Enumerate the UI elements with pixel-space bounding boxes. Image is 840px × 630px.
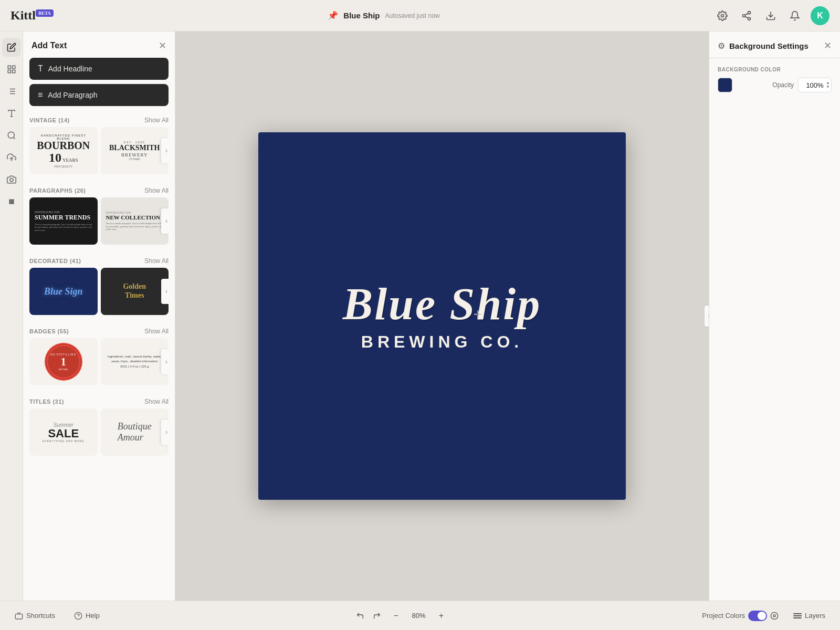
icon-bar-edit[interactable] (2, 38, 21, 57)
user-avatar[interactable]: K (811, 6, 830, 25)
left-panel: Add Text ✕ T Add Headline ≡ Add Paragrap… (23, 32, 175, 601)
titles-grid: Summer SALE EVERYTHING AND MORE Boutique… (29, 408, 169, 456)
vintage-arrow[interactable]: › (161, 138, 169, 163)
layers-item[interactable]: Layers (789, 608, 830, 623)
bg-color-swatch[interactable] (718, 78, 732, 92)
nav-logo-area: KittlBETA (10, 8, 54, 23)
vintage-grid: HANDCRAFTED FINEST BLEND BOURBON 10 YEAR… (29, 127, 169, 174)
notifications-button[interactable] (786, 7, 803, 24)
dec-blue-item[interactable]: Blue Sign (29, 268, 98, 315)
design-canvas[interactable]: Blue Ship BREWING CO. ✛ (258, 132, 626, 500)
icon-bar-search[interactable] (2, 126, 21, 145)
expand-panel-handle[interactable]: › (705, 306, 709, 327)
titles-section: TITLES (31) Show All Summer SALE EVERYTH… (29, 394, 169, 456)
opacity-row: Opacity 100% ▲ ▼ (772, 78, 832, 92)
decorated-section: DECORATED (41) Show All Blue Sign Golden… (29, 253, 169, 315)
badges-arrow[interactable]: › (161, 349, 169, 374)
titles-show-all[interactable]: Show All (144, 398, 169, 405)
shortcuts-label: Shortcuts (26, 612, 55, 620)
badge-label-item[interactable]: Ingredients: malt, natural barley, water… (101, 338, 169, 385)
zoom-out-button[interactable]: − (388, 608, 403, 623)
download-button[interactable] (762, 7, 779, 24)
badge-red-item[interactable]: NO DISTILLING 1 ARTISAN (29, 338, 98, 385)
opacity-stepper[interactable]: ▲ ▼ (826, 81, 830, 89)
para-new-item[interactable]: INTRODUCING OUR NEW COLLECTION This is a… (101, 197, 169, 245)
vintage-bourbon-item[interactable]: HANDCRAFTED FINEST BLEND BOURBON 10 YEAR… (29, 127, 98, 174)
layers-icon (793, 613, 802, 618)
svg-rect-32 (15, 614, 22, 618)
background-settings-icon: ⚙ (718, 41, 725, 51)
icon-bar-shapes[interactable] (2, 60, 21, 79)
help-item[interactable]: Help (70, 608, 104, 623)
undo-redo-group (353, 608, 384, 623)
svg-rect-7 (8, 66, 10, 68)
titles-arrow[interactable]: › (161, 419, 169, 445)
icon-bar (0, 32, 23, 601)
paragraphs-show-all[interactable]: Show All (144, 187, 169, 194)
zoom-in-button[interactable]: + (434, 608, 449, 623)
icon-bar-upload[interactable] (2, 148, 21, 167)
opacity-input[interactable]: 100% ▲ ▼ (798, 78, 832, 92)
rp-title: Background Settings (729, 41, 808, 50)
template-scroll-area[interactable]: VINTAGE (14) Show All HANDCRAFTED FINEST… (23, 112, 175, 601)
decorated-section-title: DECORATED (41) (29, 258, 81, 264)
canvas-main-text[interactable]: Blue Ship (343, 281, 541, 327)
canvas-subtitle[interactable]: BREWING CO. (361, 332, 523, 352)
bottom-bar: Shortcuts Help − 80% + Project Colors (0, 601, 840, 630)
icon-bar-text[interactable] (2, 104, 21, 123)
svg-point-1 (748, 11, 750, 14)
rp-body: BACKGROUND COLOR Opacity 100% ▲ ▼ (709, 58, 840, 101)
svg-line-20 (13, 137, 15, 139)
svg-point-19 (8, 132, 14, 138)
canvas-area[interactable]: › Blue Ship BREWING CO. ✛ (175, 32, 709, 601)
rp-close-button[interactable]: ✕ (824, 40, 832, 51)
zoom-level[interactable]: 80% (407, 610, 429, 622)
paragraphs-arrow[interactable]: › (161, 208, 169, 234)
badges-show-all[interactable]: Show All (144, 328, 169, 335)
icon-bar-grid[interactable] (2, 82, 21, 101)
settings-button[interactable] (714, 7, 731, 24)
share-button[interactable] (738, 7, 755, 24)
project-colors-toggle[interactable] (748, 611, 767, 621)
main-area: Add Text ✕ T Add Headline ≡ Add Paragrap… (0, 32, 840, 601)
opacity-label: Opacity (772, 81, 794, 89)
svg-point-0 (721, 14, 723, 17)
nav-project-area: 📌 Blue Ship Autosaved just now (328, 10, 439, 20)
shortcuts-item[interactable]: Shortcuts (10, 608, 59, 623)
vintage-blacksmith-item[interactable]: EST. 1989 BLACKSMITH BREWERY OTTAWA › (101, 127, 169, 174)
top-navbar: KittlBETA 📌 Blue Ship Autosaved just now… (0, 0, 840, 32)
add-headline-button[interactable]: T Add Headline (29, 58, 169, 80)
project-title[interactable]: Blue Ship (343, 11, 380, 20)
undo-button[interactable] (353, 608, 368, 623)
svg-point-23 (9, 200, 10, 201)
decorated-arrow[interactable]: › (161, 279, 169, 304)
badges-section-header: BADGES (55) Show All (29, 323, 169, 338)
decorated-grid: Blue Sign GoldenTimes › (29, 268, 169, 315)
decorated-show-all[interactable]: Show All (144, 257, 169, 265)
para-summer-item[interactable]: INTRODUCING OUR SUMMER TRENDS This is a … (29, 197, 98, 245)
title-amour-item[interactable]: BoutiqueAmour › (101, 408, 169, 456)
vintage-section-header: VINTAGE (14) Show All (29, 112, 169, 127)
redo-button[interactable] (370, 608, 384, 623)
icon-bar-camera[interactable] (2, 170, 21, 189)
add-paragraph-button[interactable]: ≡ Add Paragraph (29, 84, 169, 106)
paragraphs-section: PARAGRAPHS (26) Show All INTRODUCING OUR… (29, 183, 169, 245)
panel-close-button[interactable]: ✕ (159, 40, 166, 51)
dec-golden-item[interactable]: GoldenTimes › (101, 268, 169, 315)
paragraphs-section-title: PARAGRAPHS (26) (29, 187, 86, 194)
opacity-down[interactable]: ▼ (826, 85, 830, 89)
layers-label: Layers (805, 612, 825, 620)
title-sale-item[interactable]: Summer SALE EVERYTHING AND MORE (29, 408, 98, 456)
icon-bar-apps[interactable] (2, 192, 21, 211)
color-palette-icon (770, 612, 779, 620)
rp-header: ⚙ Background Settings ✕ (709, 32, 840, 58)
project-colors-item[interactable]: Project Colors (698, 607, 783, 624)
svg-point-3 (748, 17, 750, 20)
svg-point-2 (742, 14, 745, 17)
svg-point-26 (9, 201, 10, 202)
svg-point-30 (10, 203, 12, 204)
rp-title-wrap: ⚙ Background Settings (718, 41, 808, 51)
vintage-section-title: VINTAGE (14) (29, 117, 70, 123)
svg-point-28 (12, 201, 13, 202)
vintage-show-all[interactable]: Show All (144, 117, 169, 124)
